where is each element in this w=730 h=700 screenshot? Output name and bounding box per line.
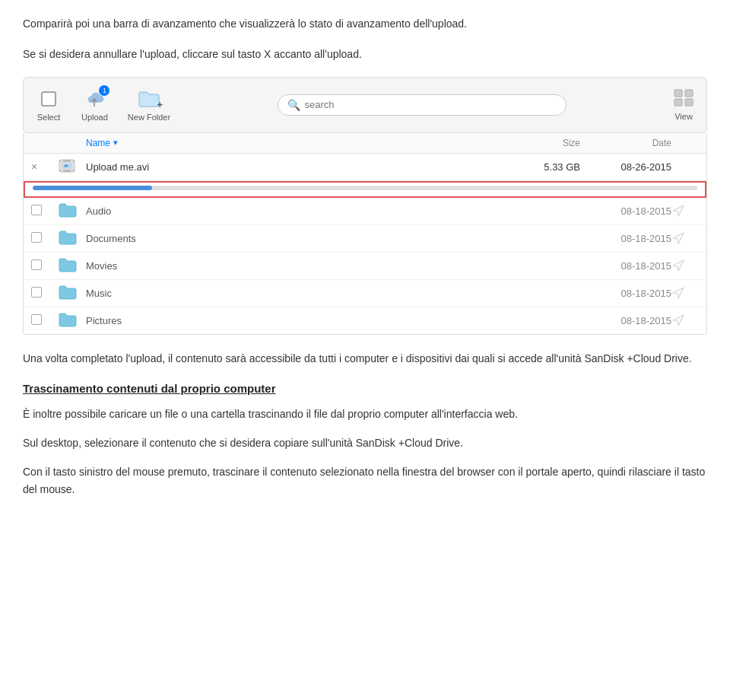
toolbar: Select 1 Upload + New Folder (23, 77, 707, 133)
view-button[interactable]: View (667, 85, 700, 124)
sort-icon: ▾ (113, 138, 118, 148)
row-checkbox[interactable] (31, 259, 59, 272)
search-bar[interactable]: 🔍 (278, 94, 567, 116)
upload-label: Upload (81, 113, 108, 122)
file-list: Name ▾ Size Date × Upload me.avi (23, 133, 707, 335)
folder-icon (59, 202, 86, 220)
send-action[interactable] (671, 286, 699, 300)
select-icon (36, 88, 61, 110)
svg-rect-4 (674, 99, 682, 106)
new-folder-button[interactable]: + New Folder (122, 85, 176, 125)
folder-date: 08-18-2015 (580, 288, 671, 299)
row-checkbox[interactable] (31, 232, 59, 245)
svg-rect-3 (685, 90, 693, 97)
row-checkbox[interactable] (31, 205, 59, 218)
svg-rect-2 (674, 90, 682, 97)
folder-name[interactable]: Music (86, 288, 489, 299)
intro-line2: Se si desidera annullare l'upload, clicc… (23, 46, 707, 62)
upload-badge: 1 (99, 85, 110, 96)
row-checkbox[interactable] (31, 287, 59, 300)
upload-button[interactable]: 1 Upload (75, 85, 114, 125)
table-row: Music 08-18-2015 (24, 280, 706, 307)
plus-badge-icon: + (157, 100, 163, 110)
send-icon[interactable] (671, 286, 685, 300)
folder-date: 08-18-2015 (580, 260, 671, 272)
folder-name[interactable]: Pictures (86, 315, 489, 326)
progress-bar-fill (33, 186, 152, 190)
search-icon: 🔍 (287, 99, 300, 111)
header-size: Size (489, 138, 580, 148)
name-col-label: Name (86, 138, 110, 148)
uploading-file-row: × Upload me.avi 5.33 GB 08-26-2015 (24, 154, 706, 181)
header-date: Date (580, 138, 671, 148)
new-folder-label: New Folder (128, 113, 170, 122)
send-icon[interactable] (671, 204, 685, 218)
folder-name[interactable]: Documents (86, 233, 489, 244)
folder-name[interactable]: Movies (86, 260, 489, 272)
select-label: Select (37, 113, 61, 122)
upload-icon: 1 (82, 88, 106, 110)
folder-icon (59, 285, 86, 302)
folder-icon (59, 257, 86, 275)
send-icon[interactable] (671, 259, 685, 272)
svg-rect-5 (685, 99, 693, 106)
bottom-para4: Con il tasto sinistro del mouse premuto,… (23, 463, 707, 500)
folder-date: 08-18-2015 (580, 315, 671, 326)
bottom-para2: È inoltre possibile caricare un file o u… (23, 406, 707, 424)
intro-line1: Comparirà poi una barra di avanzamento c… (23, 15, 707, 32)
uploading-file-date: 08-26-2015 (580, 161, 671, 173)
uploading-file-name: Upload me.avi (86, 161, 489, 173)
header-name[interactable]: Name ▾ (86, 138, 489, 148)
progress-row (24, 181, 706, 198)
table-row: Pictures 08-18-2015 (24, 307, 706, 334)
table-row: Audio 08-18-2015 (24, 198, 706, 225)
table-row: Documents 08-18-2015 (24, 225, 706, 253)
view-label: View (674, 112, 693, 121)
svg-rect-0 (42, 92, 56, 106)
progress-bar (33, 186, 697, 190)
uploading-file-size: 5.33 GB (489, 161, 580, 173)
send-action[interactable] (671, 204, 699, 218)
view-icon (673, 88, 694, 109)
file-video-icon (59, 158, 86, 176)
folder-icon (59, 312, 86, 329)
search-input[interactable] (305, 99, 557, 110)
table-row: Movies 08-18-2015 (24, 253, 706, 280)
send-action[interactable] (671, 259, 699, 272)
folder-icon (59, 230, 86, 247)
bottom-text: Una volta completato l'upload, il conten… (23, 350, 707, 499)
bottom-para1: Una volta completato l'upload, il conten… (23, 350, 707, 368)
send-icon[interactable] (671, 313, 685, 327)
cancel-upload[interactable]: × (31, 161, 59, 173)
bottom-para3: Sul desktop, selezionare il contenuto ch… (23, 434, 707, 453)
bottom-heading: Trascinamento contenuti dal proprio comp… (23, 379, 707, 399)
file-list-header: Name ▾ Size Date (24, 133, 706, 154)
cancel-icon[interactable]: × (31, 161, 37, 173)
new-folder-icon: + (137, 88, 161, 110)
row-checkbox[interactable] (31, 314, 59, 327)
select-button[interactable]: Select (30, 85, 68, 125)
send-action[interactable] (671, 231, 699, 245)
send-icon[interactable] (671, 231, 685, 245)
folder-date: 08-18-2015 (580, 205, 671, 217)
folder-date: 08-18-2015 (580, 233, 671, 244)
folder-name[interactable]: Audio (86, 205, 489, 217)
send-action[interactable] (671, 313, 699, 327)
